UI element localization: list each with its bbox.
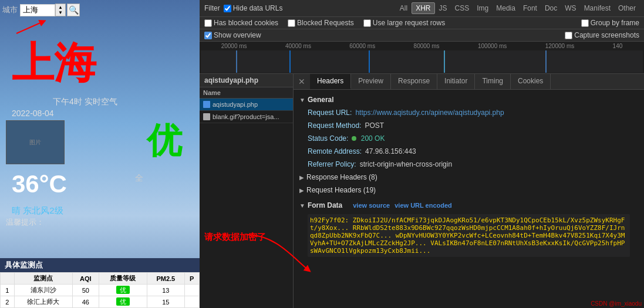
request-method-row: Request Method: POST <box>299 119 638 132</box>
blocked-requests-checkbox[interactable] <box>288 19 295 27</box>
show-overview-label[interactable]: Show overview <box>204 31 261 39</box>
filter-btn-font[interactable]: Font <box>520 3 541 13</box>
general-section-header[interactable]: ▼ General <box>299 93 638 106</box>
timeline-label-6: 120000 ms <box>545 43 574 49</box>
remote-address-val: 47.96.8.156:443 <box>365 146 416 157</box>
search-button[interactable]: 🔍 <box>67 4 80 16</box>
response-headers-triangle: ▶ <box>299 174 304 181</box>
referrer-policy-row: Referrer Policy: strict-origin-when-cros… <box>299 158 638 171</box>
aqi-character: 优 <box>147 117 182 165</box>
network-item-blank-gif[interactable]: blank.gif?product=jsa... <box>200 111 293 123</box>
city-dropdown-btn[interactable]: ▲ ▼ <box>55 4 66 16</box>
request-url-row: Request URL: https://www.aqistudy.cn/api… <box>299 106 638 119</box>
timeline-tick <box>545 50 547 73</box>
timeline-tick <box>369 50 370 73</box>
blocked-requests-label[interactable]: Blocked Requests <box>288 19 354 27</box>
has-blocked-cookies-checkbox[interactable] <box>204 19 212 27</box>
monitor-title: 具体监测点 <box>0 258 200 272</box>
timeline-label-2: 40000 ms <box>285 43 311 49</box>
network-body: aqistudyapi.php Name aqistudyapi.php bla… <box>200 74 644 308</box>
network-item-icon-img <box>203 113 210 120</box>
form-data-section: ▼ Form Data view source view URL encoded… <box>299 197 638 262</box>
filter-btn-manifest[interactable]: Manifest <box>581 3 614 13</box>
row-pm25: 15 <box>147 296 184 308</box>
svg-line-0 <box>16 22 43 33</box>
weather-image: 图片 <box>6 120 65 164</box>
subtitle-text: 下午4时 实时空气 <box>53 97 117 107</box>
use-large-rows-checkbox[interactable] <box>363 19 371 27</box>
show-overview-checkbox[interactable] <box>204 32 212 39</box>
timeline-tick <box>236 50 237 73</box>
tab-cookies[interactable]: Cookies <box>511 74 551 89</box>
network-item-aqistudy[interactable]: aqistudyapi.php <box>200 99 293 111</box>
general-title: General <box>308 96 334 104</box>
date-text: 2022-08-04 <box>12 109 54 118</box>
filter-btn-media[interactable]: Media <box>493 3 519 13</box>
network-header-label: aqistudyapi.php <box>204 76 258 84</box>
tab-timing[interactable]: Timing <box>475 74 511 89</box>
level-badge: 优 <box>116 297 130 306</box>
request-method-val: POST <box>365 120 384 131</box>
filter-btn-ws[interactable]: WS <box>561 3 579 13</box>
general-triangle: ▼ <box>299 97 305 103</box>
group-by-frame-label[interactable]: Group by frame <box>581 19 639 27</box>
network-item-label-2: blank.gif?product=jsa... <box>213 113 279 120</box>
details-tabs: ✕ Headers Preview Response Initiator Tim… <box>294 74 644 90</box>
response-headers-section[interactable]: ▶ Response Headers (8) <box>299 171 638 184</box>
tab-initiator[interactable]: Initiator <box>437 74 475 89</box>
hide-data-urls-checkbox[interactable] <box>224 5 231 12</box>
content-overlay: 城市 ▲ ▼ 🔍 上海 2022-08-04 <box>0 0 200 308</box>
capture-screenshots-checkbox[interactable] <box>565 32 572 39</box>
referrer-policy-key: Referrer Policy: <box>308 159 356 170</box>
network-item-icon-xhr <box>203 101 210 108</box>
use-large-rows-label[interactable]: Use large request rows <box>363 19 445 27</box>
view-source-link[interactable]: view source <box>353 202 390 209</box>
view-url-encoded-link[interactable]: view URL encoded <box>395 202 452 209</box>
wind-text: 晴 东北风2级 <box>12 205 63 216</box>
row-id: 1 <box>1 285 15 296</box>
timeline-canvas[interactable] <box>201 50 643 73</box>
wenxin-text: 温馨提示： <box>6 217 44 228</box>
row-p <box>184 296 199 308</box>
level-badge: 优 <box>116 286 130 294</box>
request-headers-label: Request Headers (19) <box>306 186 376 194</box>
details-content[interactable]: ▼ General Request URL: https://www.aqist… <box>294 90 644 308</box>
filter-btn-css[interactable]: CSS <box>451 3 473 13</box>
filter-btn-img[interactable]: Img <box>473 3 492 13</box>
timeline-tick <box>289 50 291 73</box>
form-data-header[interactable]: ▼ Form Data view source view URL encoded <box>299 199 638 212</box>
capture-screenshots-label[interactable]: Capture screenshots <box>565 31 639 39</box>
tab-response[interactable]: Response <box>391 74 437 89</box>
monitor-table: 监测点 AQI 质量等级 PM2.5 P 1 浦东川沙 50 优 13 <box>0 272 200 308</box>
has-blocked-cookies-label[interactable]: Has blocked cookies <box>204 19 278 27</box>
group-by-frame-checkbox[interactable] <box>581 19 589 27</box>
status-dot <box>352 136 356 141</box>
col-header-id <box>1 273 15 285</box>
magnifier-icon: 🔍 <box>69 5 79 15</box>
arrow-to-input <box>11 19 46 36</box>
remote-address-key: Remote Address: <box>308 146 362 157</box>
filter-btn-all[interactable]: All <box>396 3 411 13</box>
filter-btn-doc[interactable]: Doc <box>541 3 561 13</box>
tab-preview[interactable]: Preview <box>351 74 391 89</box>
tab-headers[interactable]: Headers <box>310 74 351 89</box>
row-name: 徐汇上师大 <box>14 296 73 308</box>
row-aqi: 50 <box>73 285 99 296</box>
city-input[interactable] <box>20 4 55 16</box>
timeline-label-5: 100000 ms <box>478 43 507 49</box>
timeline-label-3: 60000 ms <box>349 43 375 49</box>
close-details-button[interactable]: ✕ <box>294 74 310 89</box>
filter-type-buttons: All XHR JS CSS Img Media Font Doc WS Man… <box>396 2 639 14</box>
remote-address-row: Remote Address: 47.96.8.156:443 <box>299 145 638 158</box>
city-label: 城市 <box>2 5 18 15</box>
table-row: 2 徐汇上师大 46 优 15 <box>1 296 200 308</box>
filter-btn-xhr[interactable]: XHR <box>412 2 434 14</box>
request-headers-section[interactable]: ▶ Request Headers (19) <box>299 184 638 197</box>
hide-data-urls-checkbox-group[interactable]: Hide data URLs <box>224 4 283 12</box>
filter-btn-other[interactable]: Other <box>615 3 639 13</box>
timeline-labels: 20000 ms 40000 ms 60000 ms 80000 ms 1000… <box>200 42 644 50</box>
status-code-val: 200 OK <box>352 133 385 144</box>
options-bar: Has blocked cookies Blocked Requests Use… <box>200 17 644 29</box>
form-data-triangle: ▼ <box>299 202 305 209</box>
filter-btn-js[interactable]: JS <box>436 3 451 13</box>
